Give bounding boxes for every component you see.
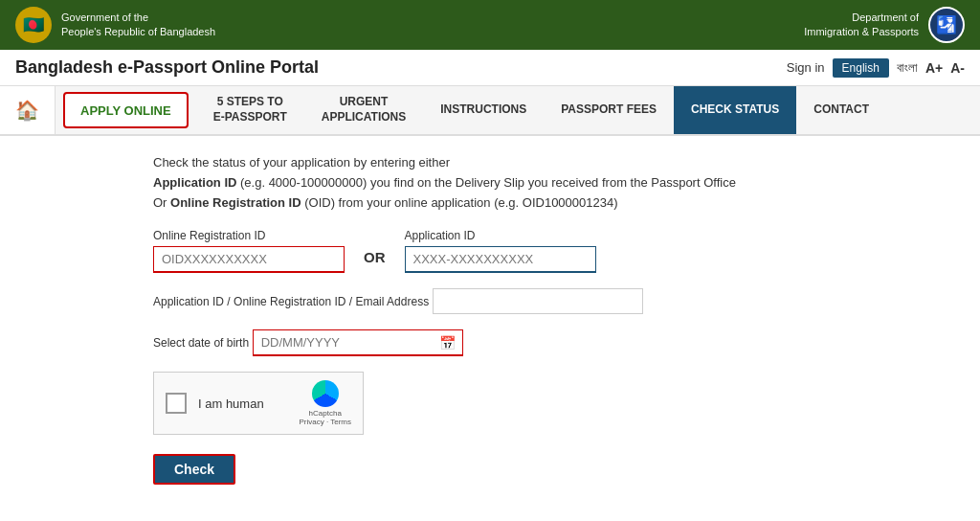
govt-logo-icon: 🇧🇩 bbox=[23, 14, 44, 35]
oid-input[interactable] bbox=[153, 246, 345, 273]
date-wrapper: 📅 bbox=[253, 329, 463, 356]
oid-field-group: Online Registration ID bbox=[153, 229, 345, 273]
govt-branding: 🇧🇩 Government of the People's Republic o… bbox=[15, 7, 215, 43]
app-id-bold: Application ID bbox=[153, 175, 236, 190]
english-lang-button[interactable]: English bbox=[833, 58, 889, 78]
app-id-label: Application ID bbox=[405, 229, 596, 242]
nav-bar: 🏠 APPLY ONLINE 5 STEPS TOe-PASSPORT URGE… bbox=[0, 86, 980, 136]
top-header: 🇧🇩 Government of the People's Republic o… bbox=[0, 0, 980, 50]
urgent-nav-button[interactable]: URGENTAPPLICATIONS bbox=[304, 86, 423, 134]
urgent-label: URGENTAPPLICATIONS bbox=[322, 95, 406, 125]
apply-online-button[interactable]: APPLY ONLINE bbox=[63, 92, 189, 128]
govt-logo: 🇧🇩 bbox=[15, 7, 52, 43]
dept-line1: Department of bbox=[804, 11, 919, 25]
captcha-logo: hCaptcha Privacy · Terms bbox=[299, 380, 351, 426]
or-label: OR bbox=[364, 249, 386, 273]
oid-bold: Online Registration ID bbox=[170, 195, 301, 210]
combined-field-group: Application ID / Online Registration ID … bbox=[153, 288, 942, 314]
contact-nav-button[interactable]: CONTACT bbox=[796, 86, 886, 134]
check-status-nav-button[interactable]: CHECK STATUS bbox=[674, 86, 796, 134]
captcha-brand: hCaptcha bbox=[309, 409, 342, 418]
home-button[interactable]: 🏠 bbox=[0, 86, 56, 134]
dept-branding: Department of Immigration & Passports 🛂 bbox=[804, 7, 965, 43]
steps-nav-button[interactable]: 5 STEPS TOe-PASSPORT bbox=[196, 86, 304, 134]
dept-line2: Immigration & Passports bbox=[804, 25, 919, 39]
dob-input[interactable] bbox=[253, 329, 463, 356]
sign-in-link[interactable]: Sign in bbox=[787, 60, 825, 75]
combined-label: Application ID / Online Registration ID … bbox=[153, 295, 429, 308]
info3-prefix: Or bbox=[153, 195, 170, 210]
info2-mid: (e.g. 4000-100000000) you find on the De… bbox=[236, 175, 736, 190]
instructions-nav-button[interactable]: INSTRUCTIONS bbox=[423, 86, 544, 134]
info-text-1: Check the status of your application by … bbox=[153, 155, 942, 170]
oid-label: Online Registration ID bbox=[153, 229, 345, 242]
steps-label: 5 STEPS TOe-PASSPORT bbox=[213, 95, 287, 125]
portal-bar-right: Sign in English বাংলা A+ A- bbox=[787, 58, 965, 78]
info-text-3: Or Online Registration ID (OID) from you… bbox=[153, 195, 942, 210]
app-id-input[interactable] bbox=[405, 246, 596, 273]
combined-input[interactable] bbox=[433, 288, 643, 314]
oid-appid-row: Online Registration ID OR Application ID bbox=[153, 229, 942, 273]
home-icon: 🏠 bbox=[15, 99, 39, 122]
apply-online-label: APPLY ONLINE bbox=[80, 103, 171, 118]
captcha-checkbox[interactable] bbox=[166, 393, 187, 414]
dob-label: Select date of birth bbox=[153, 336, 249, 350]
font-increase-button[interactable]: A+ bbox=[925, 60, 943, 76]
captcha-label: I am human bbox=[198, 396, 287, 411]
info-text-2: Application ID (e.g. 4000-100000000) you… bbox=[153, 175, 942, 190]
app-id-field-group: Application ID bbox=[405, 229, 596, 273]
captcha-box[interactable]: I am human hCaptcha Privacy · Terms bbox=[153, 372, 364, 435]
captcha-privacy: Privacy · Terms bbox=[299, 418, 351, 426]
govt-line2: People's Republic of Bangladesh bbox=[61, 25, 215, 39]
font-decrease-button[interactable]: A- bbox=[950, 60, 965, 76]
govt-line1: Government of the bbox=[61, 11, 215, 25]
info3-suffix: (OID) from your online application (e.g.… bbox=[301, 195, 618, 210]
dob-field-group: Select date of birth 📅 bbox=[153, 329, 942, 356]
bengali-lang-button[interactable]: বাংলা bbox=[897, 60, 918, 76]
captcha-icon bbox=[312, 380, 339, 407]
govt-text: Government of the People's Republic of B… bbox=[61, 11, 215, 40]
passport-logo-icon: 🛂 bbox=[936, 14, 957, 35]
passport-fees-nav-button[interactable]: PASSPORT FEES bbox=[544, 86, 674, 134]
passport-logo: 🛂 bbox=[928, 7, 965, 43]
dept-text: Department of Immigration & Passports bbox=[804, 11, 919, 40]
portal-bar: Bangladesh e-Passport Online Portal Sign… bbox=[0, 50, 980, 86]
check-button[interactable]: Check bbox=[153, 454, 235, 485]
portal-title: Bangladesh e-Passport Online Portal bbox=[15, 57, 319, 78]
main-content: Check the status of your application by … bbox=[0, 136, 980, 513]
